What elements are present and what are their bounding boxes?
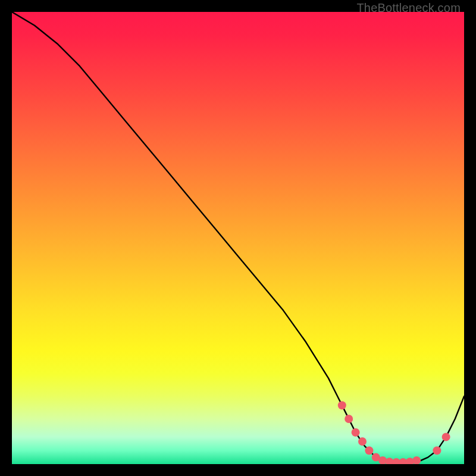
plot-area [12, 12, 464, 464]
curve-marker [358, 437, 367, 446]
curve-marker [352, 428, 360, 437]
curve-marker [433, 446, 441, 455]
chart-stage: TheBottleneck.com [0, 0, 476, 476]
curve-marker [345, 415, 353, 423]
curve-marker [338, 401, 346, 409]
chart-svg [12, 12, 464, 464]
curve-markers [338, 401, 450, 464]
curve-marker [442, 433, 450, 441]
curve-line [12, 12, 464, 462]
curve-marker [412, 456, 421, 464]
curve-marker [365, 446, 373, 455]
